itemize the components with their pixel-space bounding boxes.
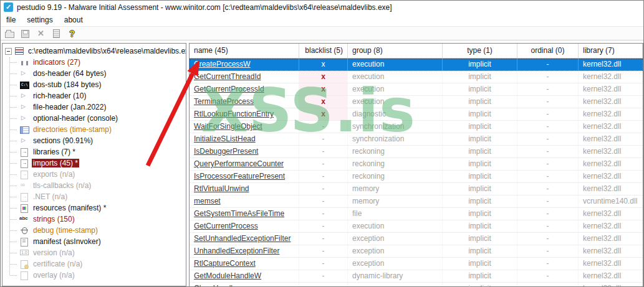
column-header-ordinal[interactable]: ordinal (0) [517, 44, 579, 58]
sidebar-item-optional-header[interactable]: optional-header (console) [2, 113, 186, 124]
resources-icon [19, 204, 30, 212]
app-icon: ✓ [4, 2, 13, 12]
table-row[interactable]: GetCurrentProcess-executionimplicit-kern… [190, 220, 643, 233]
delete-icon[interactable]: ✕ [36, 29, 46, 39]
cell-ordinal: - [517, 283, 579, 287]
column-header-name[interactable]: name (45) [190, 44, 299, 58]
cell-library: kernel32.dll [579, 208, 643, 220]
open-file-icon[interactable] [4, 29, 15, 39]
table-row[interactable]: RtlLookupFunctionEntryxdiagnosticimplici… [190, 108, 643, 121]
sidebar-item-manifest[interactable]: manifest (asInvoker) [2, 236, 186, 247]
cell-group: synchronization [348, 121, 443, 133]
bar-chart-icon [19, 58, 30, 67]
import-icon [19, 148, 30, 156]
cell-ordinal: - [517, 233, 579, 245]
cell-ordinal: - [517, 258, 579, 270]
table-row[interactable]: QueryPerformanceCounter-reckoningimplici… [190, 158, 643, 171]
sidebar-item-dos-stub[interactable]: dos-stub (184 bytes) [2, 79, 186, 90]
column-header-library[interactable]: library (7) [579, 44, 643, 58]
table-row[interactable]: WaitForSingleObject-synchronizationimpli… [190, 121, 643, 133]
tree-item-label: strings (150) [32, 215, 76, 223]
cell-name: QueryPerformanceCounter [190, 158, 299, 170]
sidebar-item-overlay[interactable]: overlay (n/a) [2, 270, 186, 281]
sidebar-item-rich-header[interactable]: rich-header (10) [2, 90, 186, 101]
cell-group: execution [348, 83, 443, 95]
cell-library: kernel32.dll [579, 59, 643, 70]
cell-library: kernel32.dll [579, 121, 643, 133]
cell-type: implicit [443, 158, 517, 170]
module-icon [14, 47, 25, 55]
sidebar-item-directories[interactable]: directories (time-stamp) [2, 124, 186, 135]
cell-blacklist: x [299, 59, 348, 70]
sidebar-item-file-header[interactable]: file-header (Jan.2022) [2, 101, 186, 113]
sidebar-item-sections[interactable]: sections (90.91%) [2, 135, 186, 146]
table-row[interactable]: IsProcessorFeaturePresent-reckoningimpli… [190, 171, 643, 183]
cell-library: kernel32.dll [579, 183, 643, 195]
sidebar-item-exports[interactable]: exports (n/a) [2, 169, 186, 180]
column-header-blacklist[interactable]: blacklist (5) [299, 44, 348, 58]
cell-ordinal: - [517, 146, 579, 158]
table-row[interactable]: SetUnhandledExceptionFilter-exceptionimp… [190, 233, 643, 245]
cell-group: - [348, 283, 443, 287]
certificate-icon [19, 260, 30, 268]
table-row[interactable]: GetCurrentThreadIdxexecutionimplicit-ker… [190, 71, 643, 83]
table-row[interactable]: RtlVirtualUnwind-memoryimplicit-kernel32… [190, 183, 643, 195]
table-row[interactable]: GetSystemTimeAsFileTime-fileimplicit-ker… [190, 208, 643, 220]
sidebar-item-libraries[interactable]: libraries (7) * [2, 146, 186, 158]
sidebar-item-strings[interactable]: strings (150) [2, 214, 186, 225]
table-row[interactable]: RtlCaptureContext-exceptionimplicit-kern… [190, 258, 643, 270]
sidebar-item-resources[interactable]: resources (manifest) * [2, 202, 186, 214]
table-row[interactable]: UnhandledExceptionFilter-exceptionimplic… [190, 245, 643, 258]
expand-collapse-toggle[interactable] [5, 48, 12, 55]
cell-ordinal: - [517, 270, 579, 282]
sidebar-item-indicators[interactable]: indicators (27) [2, 57, 186, 68]
cell-library: kernel32.dll [579, 220, 643, 232]
cell-blacklist: - [299, 183, 348, 195]
table-row[interactable]: GetCurrentProcessIdxexecutionimplicit-ke… [190, 83, 643, 96]
menu-item-file[interactable]: file [1, 14, 21, 26]
tree-item-label: resources (manifest) * [32, 204, 107, 212]
table-row[interactable]: IsDebuggerPresent-reckoningimplicit-kern… [190, 146, 643, 158]
cell-library: kernel32.dll [579, 71, 643, 83]
cell-group: reckoning [348, 158, 443, 170]
triangle-icon [19, 92, 30, 100]
cell-name: RtlLookupFunctionEntry [190, 108, 299, 120]
cell-ordinal: - [517, 71, 579, 83]
table-row[interactable]: InitializeSListHead-synchronizationimpli… [190, 133, 643, 146]
help-icon[interactable]: ? [67, 29, 77, 39]
tree-item-label: manifest (asInvoker) [32, 237, 102, 246]
sidebar-item-debug[interactable]: debug (time-stamp) [2, 225, 186, 236]
cell-blacklist: - [299, 258, 348, 270]
export-icon [19, 192, 30, 201]
column-header-group[interactable]: group (8) [348, 44, 443, 58]
report-icon[interactable] [51, 29, 62, 39]
sidebar-item-imports[interactable]: imports (45) * [2, 158, 186, 169]
sidebar-item-.net[interactable]: .NET (n/a) [2, 191, 186, 202]
sidebar-item-tls-callbacks[interactable]: tls-callbacks (n/a) [2, 180, 186, 191]
tree-root-item[interactable]: c:\redteam\maldevlibs\x64\release\maldev… [2, 45, 186, 57]
save-icon[interactable] [20, 29, 31, 39]
cell-blacklist: - [299, 208, 348, 220]
menu-item-about[interactable]: about [59, 14, 89, 26]
scroll-icon [19, 237, 30, 246]
cell-name: RtlCaptureContext [190, 258, 299, 270]
sidebar-item-certificate[interactable]: certificate (n/a) [2, 258, 186, 270]
sidebar-item-dos-header[interactable]: dos-header (64 bytes) [2, 68, 186, 79]
table-row[interactable]: GetModuleHandleW-dynamic-libraryimplicit… [190, 270, 643, 283]
tree-item-label: sections (90.91%) [32, 136, 94, 145]
column-header-type[interactable]: type (1) [443, 44, 517, 58]
tree-item-label: directories (time-stamp) [32, 125, 113, 134]
triangle-icon [19, 69, 30, 78]
table-row[interactable]: CreateProcessWxexecutionimplicit-kernel3… [190, 59, 643, 71]
tree-item-label: debug (time-stamp) [32, 226, 99, 235]
sidebar-item-version[interactable]: version (n/a) [2, 247, 186, 258]
menu-item-settings[interactable]: settings [21, 14, 58, 26]
tree-root-label: c:\redteam\maldevlibs\x64\release\maldev… [27, 47, 186, 55]
table-row[interactable]: CloseHandle--implicit-kernel32.dll [190, 283, 643, 287]
table-row[interactable]: memset-memoryimplicit-vcruntime140.dll [190, 195, 643, 208]
table-row[interactable]: TerminateProcessxexecutionimplicit-kerne… [190, 96, 643, 108]
table-header-row: name (45)blacklist (5)group (8)type (1)o… [190, 44, 643, 59]
cell-blacklist: - [299, 195, 348, 207]
cell-name: IsDebuggerPresent [190, 146, 299, 158]
tree-item-label: overlay (n/a) [32, 271, 76, 280]
